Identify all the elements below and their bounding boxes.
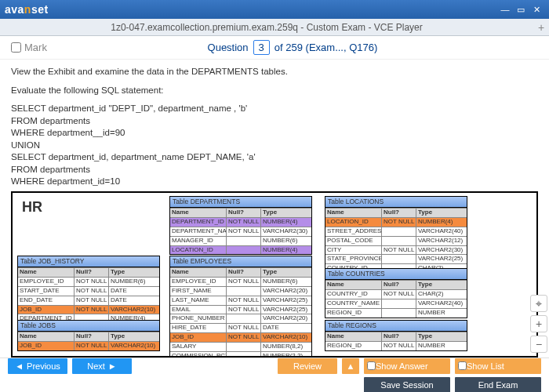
sql-line: FROM departments <box>11 164 538 176</box>
sql-line: FROM departments <box>11 115 538 128</box>
logo-text-accent: n <box>24 3 31 16</box>
table-departments: Table DEPARTMENTS NameNull?Type DEPARTME… <box>169 196 312 255</box>
table-regions: Table REGIONS NameNull?Type REGION_IDNOT… <box>325 320 467 351</box>
window-title: 1z0-047.examcollection.premium.exam.259q… <box>0 22 533 33</box>
titlebar: avanset ― ▭ ✕ <box>0 0 549 19</box>
table-caption: Table REGIONS <box>325 321 467 332</box>
sql-line: WHERE department_id=10 <box>11 176 538 188</box>
zoom-out-icon[interactable]: − <box>530 336 547 353</box>
question-text-1: View the Exhibit and examine the data in… <box>11 66 538 78</box>
sql-block: SELECT department_id "DEPT_ID", departme… <box>11 103 538 188</box>
question-of: of 259 (Exam..., Q176) <box>274 42 378 53</box>
question-text-2: Evaluate the following SQL statement: <box>11 85 538 97</box>
table-caption: Table COUNTRIES <box>325 269 467 280</box>
logo: avanset <box>5 3 49 16</box>
add-tab-icon[interactable]: + <box>533 21 549 34</box>
review-dropdown-icon[interactable]: ▲ <box>342 358 359 374</box>
table-caption: Table EMPLOYEES <box>170 256 311 267</box>
mark-checkbox[interactable]: Mark <box>11 42 47 53</box>
zoom-in-icon[interactable]: + <box>530 315 547 332</box>
question-number: 3 <box>253 40 270 55</box>
diagram-title: HR <box>22 198 42 216</box>
table-employees: Table EMPLOYEES NameNull?Type EMPLOYEE_I… <box>169 256 312 358</box>
show-answer-label: Show Answer <box>376 361 450 371</box>
logo-text-post: set <box>31 3 49 16</box>
mark-label: Mark <box>24 42 47 53</box>
previous-button[interactable]: ◄ Previous <box>8 358 67 374</box>
sql-line: UNION <box>11 140 538 152</box>
table-caption: Table DEPARTMENTS <box>170 197 311 208</box>
question-label: Question <box>208 42 249 53</box>
sql-line: SELECT department_id "DEPT_ID", departme… <box>11 103 538 115</box>
question-bar: Mark Question 3 of 259 (Exam..., Q176) <box>0 36 549 60</box>
minimize-icon[interactable]: ― <box>497 5 513 14</box>
next-button[interactable]: Next ► <box>72 358 132 374</box>
er-diagram[interactable]: HR Table DEPARTMENTS NameNull?Type DEPAR… <box>11 191 538 358</box>
show-answer-check[interactable] <box>367 361 376 370</box>
sql-line: WHERE department__id=90 <box>11 127 538 140</box>
table-jobs: Table JOBS NameNull?Type JOB_IDNOT NULLV… <box>17 320 160 351</box>
logo-text-pre: ava <box>5 3 24 16</box>
show-list-button[interactable]: Show List <box>455 358 541 374</box>
zoom-reset-icon[interactable]: ⌖ <box>530 295 547 312</box>
content-area: View the Exhibit and examine the data in… <box>0 60 549 358</box>
show-answer-button[interactable]: Show Answer <box>364 358 450 374</box>
table-caption: Table JOB_HISTORY <box>18 256 159 267</box>
zoom-controls: ⌖ + − <box>530 295 547 356</box>
review-button[interactable]: Review <box>278 358 337 374</box>
table-caption: Table LOCATIONS <box>325 197 467 208</box>
show-list-label: Show List <box>467 361 541 371</box>
table-countries: Table COUNTRIES NameNull?Type COUNTRY_ID… <box>325 268 467 318</box>
table-locations: Table LOCATIONS NameNull?Type LOCATION_I… <box>325 196 467 274</box>
maximize-icon[interactable]: ▭ <box>513 5 529 15</box>
mark-checkbox-input[interactable] <box>11 42 21 53</box>
footer: ◄ Previous Next ► Review ▲ Show Answer S… <box>0 358 549 392</box>
table-job-history: Table JOB_HISTORY NameNull?Type EMPLOYEE… <box>17 256 160 324</box>
end-exam-button[interactable]: End Exam <box>455 377 541 393</box>
next-label: Next <box>87 361 105 371</box>
previous-label: Previous <box>27 361 60 371</box>
close-icon[interactable]: ✕ <box>529 5 544 15</box>
sql-line: SELECT department_id, department_name DE… <box>11 151 538 164</box>
save-session-button[interactable]: Save Session <box>364 377 450 393</box>
show-list-check[interactable] <box>458 361 467 370</box>
table-caption: Table JOBS <box>18 321 159 332</box>
header: 1z0-047.examcollection.premium.exam.259q… <box>0 19 549 36</box>
